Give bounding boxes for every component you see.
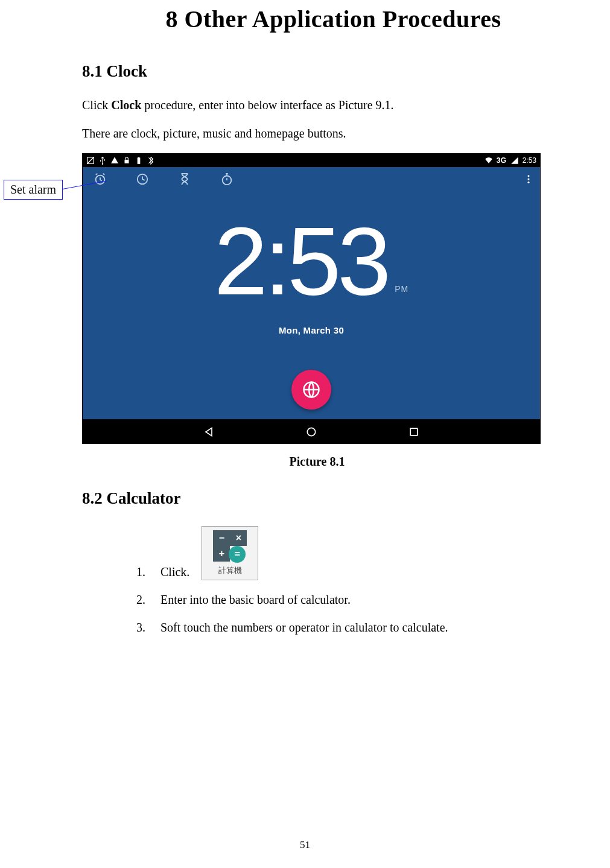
home-icon[interactable] (305, 426, 317, 438)
step-2-text: Enter into the basic board of calculator… (160, 591, 351, 608)
section-8-1-p1: Click Clock procedure, enter into below … (82, 97, 552, 114)
usb-icon (98, 156, 107, 165)
callout-set-alarm: Set alarm (4, 180, 63, 200)
svg-point-9 (528, 175, 530, 177)
svg-rect-14 (410, 428, 418, 436)
clock-ampm: PM (395, 284, 408, 294)
step-2: Enter into the basic board of calculator… (136, 591, 552, 608)
bold-clock-word: Clock (111, 98, 141, 112)
signal-icon (510, 156, 519, 165)
clock-app-tabbar (83, 167, 540, 191)
step-3-text: Soft touch the numbers or operator in ca… (160, 619, 448, 636)
calc-tile-equals: = (229, 546, 246, 563)
battery-notif-icon (135, 156, 143, 165)
section-8-2-heading: 8.2 Calculator (82, 489, 552, 508)
calc-tile-plus: + (213, 546, 230, 562)
bluetooth-icon (147, 156, 155, 165)
android-navbar (83, 419, 540, 444)
calc-tile-minus: − (213, 530, 230, 546)
wifi-icon (485, 156, 493, 165)
network-3g-label: 3G (497, 156, 507, 165)
step-1: Click. − × + = 計算機 (136, 526, 552, 580)
figure-8-1: Set alarm 3G 2:53 (82, 153, 552, 444)
svg-rect-3 (125, 160, 129, 163)
chapter-title: 8 Other Application Procedures (115, 5, 552, 33)
clock-body: 2:53 PM Mon, March 30 (83, 191, 540, 419)
text-fragment: procedure, enter into below interface as… (141, 98, 393, 112)
globe-icon (302, 381, 320, 399)
lock-icon (122, 156, 131, 165)
calculator-app-icon: − × + = 計算機 (202, 526, 258, 580)
clock-time-row: 2:53 PM (83, 191, 540, 309)
section-8-1-p2: There are clock, picture, music and home… (82, 125, 552, 142)
back-icon[interactable] (203, 426, 215, 438)
statusbar-left (86, 156, 155, 165)
timer-tab-icon[interactable] (178, 173, 191, 186)
stopwatch-tab-icon[interactable] (220, 173, 234, 186)
page-number: 51 (0, 839, 610, 851)
overflow-menu-icon[interactable] (523, 172, 534, 186)
svg-point-10 (528, 179, 530, 180)
alarm-tab-icon[interactable] (94, 173, 107, 186)
svg-rect-4 (138, 157, 141, 164)
section-8-1-heading: 8.1 Clock (82, 62, 552, 81)
svg-point-2 (102, 163, 103, 165)
warning-icon (110, 156, 119, 165)
calculator-steps: Click. − × + = 計算機 Enter into the basic … (136, 526, 552, 636)
step-3: Soft touch the numbers or operator in ca… (136, 619, 552, 636)
world-clock-fab[interactable] (291, 370, 331, 410)
recents-icon[interactable] (408, 426, 420, 438)
calculator-icon-label: 計算機 (218, 565, 242, 576)
clock-app-screenshot: 3G 2:53 2:53 PM Mon, March 30 (82, 153, 541, 444)
statusbar-time: 2:53 (523, 156, 536, 165)
calc-tile-times: × (230, 530, 247, 546)
text-fragment: Click (82, 98, 111, 112)
screenshot-notif-icon (86, 156, 95, 165)
svg-point-11 (528, 182, 530, 183)
svg-rect-5 (138, 157, 139, 157)
step-1-text: Click. (160, 563, 189, 580)
clock-time-digits: 2:53 (214, 213, 387, 309)
svg-point-13 (307, 428, 315, 436)
android-statusbar: 3G 2:53 (83, 154, 540, 167)
clock-tab-icon[interactable] (136, 173, 149, 186)
figure-8-1-caption: Picture 8.1 (82, 455, 552, 469)
statusbar-right: 3G 2:53 (485, 156, 536, 165)
clock-date: Mon, March 30 (83, 325, 540, 335)
